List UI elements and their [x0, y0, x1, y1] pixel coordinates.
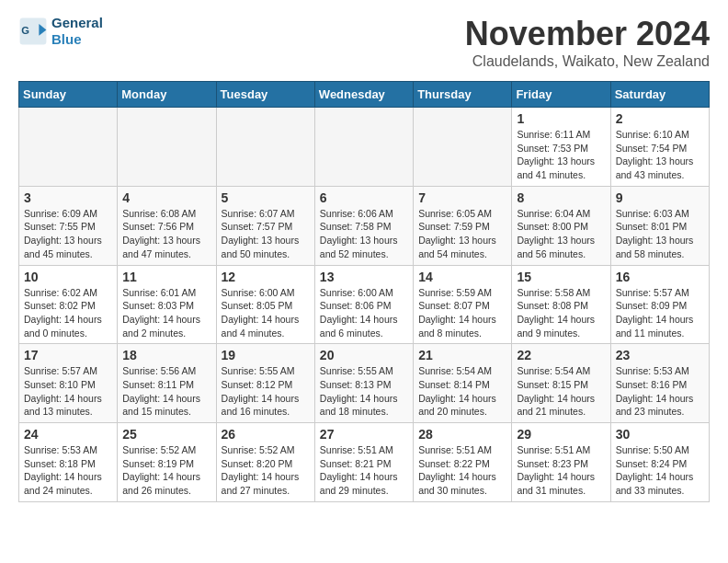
day-info: Sunrise: 6:00 AMSunset: 8:06 PMDaylight:…	[320, 286, 408, 340]
day-info: Sunrise: 5:53 AMSunset: 8:18 PMDaylight:…	[24, 443, 112, 498]
day-info: Sunrise: 6:08 AMSunset: 7:56 PMDaylight:…	[122, 207, 210, 261]
calendar-cell: 9Sunrise: 6:03 AMSunset: 8:01 PMDaylight…	[610, 186, 709, 265]
day-number: 29	[517, 427, 605, 442]
weekday-row: SundayMondayTuesdayWednesdayThursdayFrid…	[19, 82, 710, 108]
calendar-cell: 17Sunrise: 5:57 AMSunset: 8:10 PMDayligh…	[19, 344, 118, 423]
calendar-cell	[414, 108, 512, 187]
calendar-cell: 8Sunrise: 6:04 AMSunset: 8:00 PMDaylight…	[512, 186, 610, 265]
day-info: Sunrise: 6:09 AMSunset: 7:55 PMDaylight:…	[24, 207, 112, 261]
calendar-cell: 12Sunrise: 6:00 AMSunset: 8:05 PMDayligh…	[216, 265, 314, 344]
calendar-cell: 1Sunrise: 6:11 AMSunset: 7:53 PMDaylight…	[512, 108, 610, 187]
svg-text:G: G	[21, 25, 29, 36]
day-info: Sunrise: 6:02 AMSunset: 8:02 PMDaylight:…	[24, 286, 112, 340]
calendar-cell: 25Sunrise: 5:52 AMSunset: 8:19 PMDayligh…	[118, 423, 216, 502]
calendar-week-3: 10Sunrise: 6:02 AMSunset: 8:02 PMDayligh…	[19, 265, 710, 344]
calendar-body: 1Sunrise: 6:11 AMSunset: 7:53 PMDaylight…	[19, 108, 710, 502]
calendar-cell: 29Sunrise: 5:51 AMSunset: 8:23 PMDayligh…	[512, 423, 610, 502]
day-info: Sunrise: 5:52 AMSunset: 8:19 PMDaylight:…	[122, 443, 210, 498]
logo: G General Blue	[18, 15, 103, 48]
day-info: Sunrise: 5:52 AMSunset: 8:20 PMDaylight:…	[222, 443, 310, 498]
calendar-cell: 6Sunrise: 6:06 AMSunset: 7:58 PMDaylight…	[314, 186, 413, 265]
day-number: 21	[418, 348, 506, 362]
day-number: 27	[320, 427, 408, 442]
page-container: G General Blue November 2024 Claudelands…	[0, 0, 728, 517]
calendar-cell: 24Sunrise: 5:53 AMSunset: 8:18 PMDayligh…	[19, 423, 118, 502]
day-number: 16	[616, 270, 704, 284]
day-number: 26	[222, 427, 310, 442]
calendar-cell: 26Sunrise: 5:52 AMSunset: 8:20 PMDayligh…	[216, 423, 314, 502]
calendar-cell: 27Sunrise: 5:51 AMSunset: 8:21 PMDayligh…	[314, 423, 413, 502]
day-info: Sunrise: 5:55 AMSunset: 8:12 PMDaylight:…	[222, 364, 310, 419]
calendar-table: SundayMondayTuesdayWednesdayThursdayFrid…	[18, 81, 710, 502]
calendar-cell: 11Sunrise: 6:01 AMSunset: 8:03 PMDayligh…	[118, 265, 216, 344]
day-number: 8	[517, 190, 605, 205]
day-number: 2	[616, 111, 704, 126]
calendar-week-4: 17Sunrise: 5:57 AMSunset: 8:10 PMDayligh…	[19, 344, 710, 423]
weekday-header-saturday: Saturday	[610, 82, 709, 108]
day-number: 17	[24, 348, 112, 362]
day-info: Sunrise: 5:59 AMSunset: 8:07 PMDaylight:…	[418, 286, 506, 340]
day-number: 19	[222, 348, 310, 362]
day-info: Sunrise: 5:50 AMSunset: 8:24 PMDaylight:…	[616, 443, 704, 498]
day-info: Sunrise: 6:04 AMSunset: 8:00 PMDaylight:…	[517, 207, 605, 261]
calendar-cell	[216, 108, 314, 187]
calendar-cell: 19Sunrise: 5:55 AMSunset: 8:12 PMDayligh…	[216, 344, 314, 423]
calendar-week-2: 3Sunrise: 6:09 AMSunset: 7:55 PMDaylight…	[19, 186, 710, 265]
calendar-cell: 2Sunrise: 6:10 AMSunset: 7:54 PMDaylight…	[610, 108, 709, 187]
month-title: November 2024	[465, 15, 710, 53]
calendar-cell: 13Sunrise: 6:00 AMSunset: 8:06 PMDayligh…	[314, 265, 413, 344]
day-number: 9	[616, 190, 704, 205]
weekday-header-thursday: Thursday	[414, 82, 512, 108]
day-info: Sunrise: 6:11 AMSunset: 7:53 PMDaylight:…	[517, 128, 605, 182]
day-info: Sunrise: 6:00 AMSunset: 8:05 PMDaylight:…	[222, 286, 310, 340]
day-number: 12	[222, 270, 310, 284]
calendar-cell	[19, 108, 118, 187]
logo-general: General	[51, 15, 103, 30]
calendar-cell: 3Sunrise: 6:09 AMSunset: 7:55 PMDaylight…	[19, 186, 118, 265]
day-info: Sunrise: 6:03 AMSunset: 8:01 PMDaylight:…	[616, 207, 704, 261]
day-info: Sunrise: 5:54 AMSunset: 8:14 PMDaylight:…	[418, 364, 506, 419]
weekday-header-sunday: Sunday	[19, 82, 118, 108]
day-info: Sunrise: 5:55 AMSunset: 8:13 PMDaylight:…	[320, 364, 408, 419]
day-info: Sunrise: 5:58 AMSunset: 8:08 PMDaylight:…	[517, 286, 605, 340]
day-number: 20	[320, 348, 408, 362]
calendar-cell: 22Sunrise: 5:54 AMSunset: 8:15 PMDayligh…	[512, 344, 610, 423]
calendar-cell: 30Sunrise: 5:50 AMSunset: 8:24 PMDayligh…	[610, 423, 709, 502]
day-number: 22	[517, 348, 605, 362]
day-info: Sunrise: 5:51 AMSunset: 8:23 PMDaylight:…	[517, 443, 605, 498]
calendar-cell: 28Sunrise: 5:51 AMSunset: 8:22 PMDayligh…	[414, 423, 512, 502]
day-info: Sunrise: 5:53 AMSunset: 8:16 PMDaylight:…	[616, 364, 704, 419]
weekday-header-monday: Monday	[118, 82, 216, 108]
calendar-cell: 5Sunrise: 6:07 AMSunset: 7:57 PMDaylight…	[216, 186, 314, 265]
calendar-week-1: 1Sunrise: 6:11 AMSunset: 7:53 PMDaylight…	[19, 108, 710, 187]
day-number: 3	[24, 190, 112, 205]
day-info: Sunrise: 5:51 AMSunset: 8:21 PMDaylight:…	[320, 443, 408, 498]
day-number: 28	[418, 427, 506, 442]
day-number: 7	[418, 190, 506, 205]
day-number: 23	[616, 348, 704, 362]
calendar-cell: 7Sunrise: 6:05 AMSunset: 7:59 PMDaylight…	[414, 186, 512, 265]
day-info: Sunrise: 6:06 AMSunset: 7:58 PMDaylight:…	[320, 207, 408, 261]
day-number: 25	[122, 427, 210, 442]
day-number: 11	[122, 270, 210, 284]
calendar-cell: 16Sunrise: 5:57 AMSunset: 8:09 PMDayligh…	[610, 265, 709, 344]
calendar-cell: 23Sunrise: 5:53 AMSunset: 8:16 PMDayligh…	[610, 344, 709, 423]
calendar-cell: 14Sunrise: 5:59 AMSunset: 8:07 PMDayligh…	[414, 265, 512, 344]
day-info: Sunrise: 5:54 AMSunset: 8:15 PMDaylight:…	[517, 364, 605, 419]
calendar-header: SundayMondayTuesdayWednesdayThursdayFrid…	[19, 82, 710, 108]
day-info: Sunrise: 5:56 AMSunset: 8:11 PMDaylight:…	[122, 364, 210, 419]
calendar-cell: 20Sunrise: 5:55 AMSunset: 8:13 PMDayligh…	[314, 344, 413, 423]
day-info: Sunrise: 5:57 AMSunset: 8:10 PMDaylight:…	[24, 364, 112, 419]
calendar-cell: 4Sunrise: 6:08 AMSunset: 7:56 PMDaylight…	[118, 186, 216, 265]
calendar-cell: 21Sunrise: 5:54 AMSunset: 8:14 PMDayligh…	[414, 344, 512, 423]
day-number: 30	[616, 427, 704, 442]
day-info: Sunrise: 5:51 AMSunset: 8:22 PMDaylight:…	[418, 443, 506, 498]
weekday-header-friday: Friday	[512, 82, 610, 108]
day-number: 1	[517, 111, 605, 126]
day-number: 10	[24, 270, 112, 284]
day-info: Sunrise: 5:57 AMSunset: 8:09 PMDaylight:…	[616, 286, 704, 340]
day-info: Sunrise: 6:07 AMSunset: 7:57 PMDaylight:…	[222, 207, 310, 261]
day-number: 4	[122, 190, 210, 205]
day-info: Sunrise: 6:05 AMSunset: 7:59 PMDaylight:…	[418, 207, 506, 261]
day-number: 13	[320, 270, 408, 284]
